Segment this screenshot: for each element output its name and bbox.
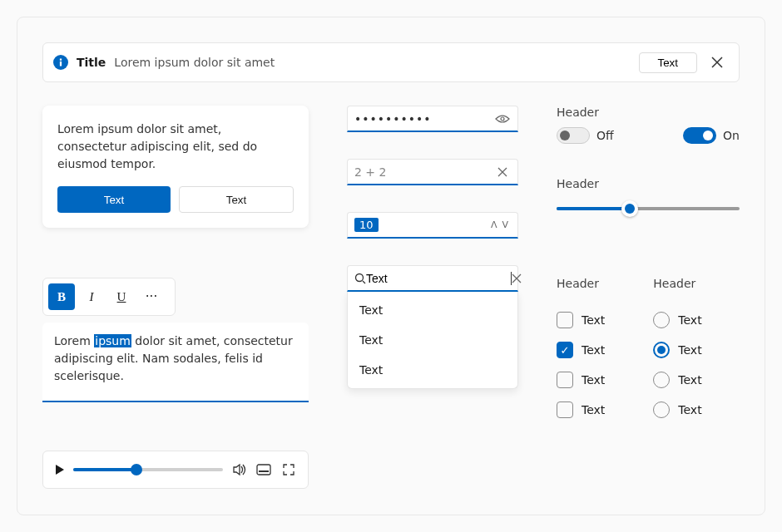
infobar-action-button[interactable]: Text: [639, 52, 697, 73]
editor-selection: ipsum: [94, 334, 131, 347]
card-body: Lorem ipsum dolor sit amet, consectetur …: [57, 121, 294, 173]
radio-icon: [653, 372, 670, 388]
slider-header: Header: [557, 177, 740, 190]
number-spin-field[interactable]: 10 ᐱ ᐯ: [347, 212, 518, 239]
radio-option[interactable]: Text: [653, 342, 701, 358]
checkbox-icon: [557, 342, 573, 358]
svg-rect-1: [60, 62, 62, 66]
card-secondary-button[interactable]: Text: [179, 186, 294, 213]
checkbox-option[interactable]: Text: [557, 401, 605, 418]
clear-icon[interactable]: [494, 164, 511, 180]
radio-header: Header: [653, 277, 701, 290]
radio-option[interactable]: Text: [653, 372, 701, 388]
checkbox-option[interactable]: Text: [557, 342, 605, 358]
checkbox-icon: [557, 372, 573, 388]
checkbox-option[interactable]: Text: [557, 312, 605, 328]
checkbox-label: Text: [582, 313, 605, 327]
clear-icon[interactable]: [512, 270, 522, 287]
spin-value: 10: [354, 218, 379, 232]
svg-rect-3: [257, 465, 270, 475]
media-player: [42, 451, 309, 489]
infobar-title: Title: [77, 56, 106, 69]
rich-text-editor[interactable]: Lorem ipsum dolor sit amet, consectetur …: [42, 323, 309, 402]
more-button[interactable]: ···: [138, 283, 165, 310]
dropdown-item[interactable]: Text: [348, 325, 517, 355]
radio-label: Text: [678, 403, 701, 416]
search-icon: [354, 270, 366, 287]
close-icon[interactable]: [705, 51, 729, 74]
svg-rect-4: [259, 470, 269, 472]
checkbox-label: Text: [582, 373, 605, 387]
reveal-password-icon[interactable]: [494, 111, 511, 127]
seek-slider[interactable]: [73, 468, 223, 471]
radio-icon: [653, 312, 670, 328]
checkbox-option[interactable]: Text: [557, 372, 605, 388]
editor-text: Lorem: [54, 334, 94, 347]
password-field[interactable]: ••••••••••: [347, 106, 518, 132]
radio-option[interactable]: Text: [653, 312, 701, 328]
infobar: Title Lorem ipsum dolor sit amet Text: [42, 42, 740, 82]
bold-button[interactable]: B: [48, 283, 75, 310]
radio-label: Text: [678, 313, 701, 327]
password-masked: ••••••••••: [354, 112, 494, 126]
toggle-on-label: On: [723, 129, 740, 142]
info-icon: [53, 55, 68, 70]
search-dropdown: Text Text Text: [347, 292, 518, 389]
checkbox-icon: [557, 401, 573, 418]
toggle-header: Header: [557, 106, 740, 119]
radio-label: Text: [678, 343, 701, 357]
radio-option[interactable]: Text: [653, 401, 701, 418]
search-input[interactable]: [366, 272, 512, 285]
dropdown-item[interactable]: Text: [348, 355, 517, 385]
italic-button[interactable]: I: [78, 283, 105, 310]
volume-icon[interactable]: [230, 461, 248, 479]
checkbox-icon: [557, 312, 573, 328]
svg-line-7: [363, 281, 365, 283]
dropdown-item[interactable]: Text: [348, 295, 517, 325]
underline-button[interactable]: U: [108, 283, 135, 310]
radio-icon: [653, 342, 670, 358]
value-slider[interactable]: [557, 207, 740, 210]
radio-label: Text: [678, 373, 701, 387]
dialog-card: Lorem ipsum dolor sit amet, consectetur …: [42, 106, 309, 228]
spin-down-button[interactable]: ᐯ: [499, 219, 511, 230]
slider-thumb[interactable]: [621, 200, 638, 217]
infobar-message: Lorem ipsum dolor sit amet: [114, 56, 638, 69]
radio-icon: [653, 401, 670, 418]
checkbox-label: Text: [582, 343, 605, 357]
expression-placeholder: 2 + 2: [354, 165, 494, 179]
svg-point-6: [356, 273, 364, 281]
expression-field[interactable]: 2 + 2: [347, 159, 518, 185]
spin-up-button[interactable]: ᐱ: [488, 219, 500, 230]
format-toolbar: B I U ···: [42, 278, 176, 316]
search-combobox: Text Text Text: [347, 265, 518, 389]
captions-icon[interactable]: [255, 461, 273, 479]
fullscreen-icon[interactable]: [280, 461, 298, 479]
svg-point-5: [501, 117, 504, 121]
toggle-off[interactable]: [557, 127, 590, 144]
card-primary-button[interactable]: Text: [57, 186, 171, 213]
toggle-on[interactable]: [683, 127, 716, 144]
checkbox-header: Header: [557, 277, 605, 290]
toggle-off-label: Off: [596, 129, 614, 142]
play-button[interactable]: [53, 463, 67, 476]
checkbox-label: Text: [582, 403, 605, 416]
svg-rect-2: [60, 59, 62, 61]
